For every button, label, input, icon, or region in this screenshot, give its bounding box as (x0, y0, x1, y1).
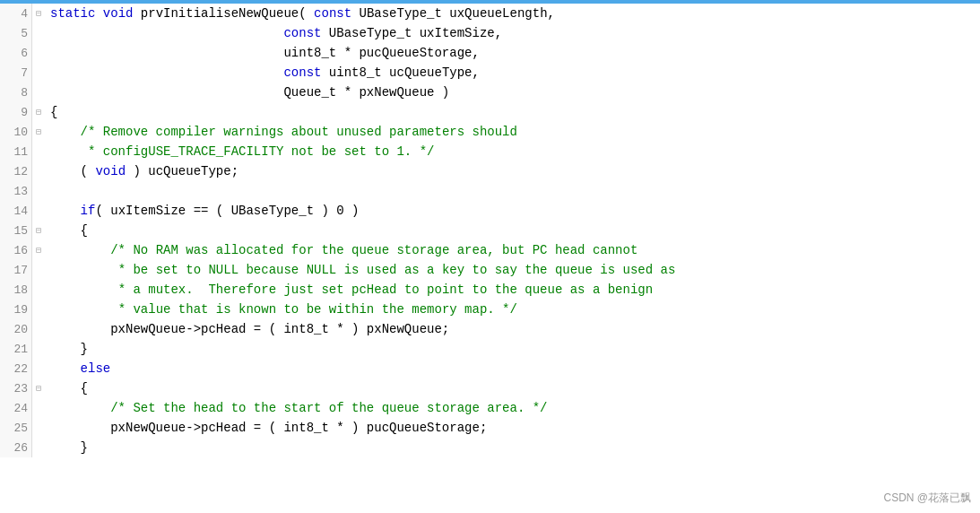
line-number: 5 (0, 23, 32, 43)
fold-indicator[interactable]: ⊟ (32, 378, 45, 398)
code-line-content: /* Remove compiler warnings about unused… (45, 122, 980, 142)
code-area[interactable]: 4⊟static void prvInitialiseNewQueue( con… (0, 4, 980, 513)
code-token: pxNewQueue->pcHead = ( int8_t * ) pxNewQ… (50, 322, 449, 336)
code-row: 23⊟ { (0, 378, 980, 398)
line-number: 6 (0, 43, 32, 63)
code-token (50, 283, 118, 297)
code-row: 16⊟ /* No RAM was allocated for the queu… (0, 240, 980, 260)
code-row: 25 pxNewQueue->pcHead = ( int8_t * ) puc… (0, 418, 980, 438)
line-number: 19 (0, 300, 32, 319)
line-number: 24 (0, 398, 32, 418)
code-token: pxNewQueue->pcHead = ( int8_t * ) pucQue… (50, 421, 487, 435)
line-number: 14 (0, 201, 32, 221)
line-number: 7 (0, 63, 32, 83)
code-row: 15⊟ { (0, 221, 980, 240)
code-token: UBaseType_t uxItemSize, (321, 26, 502, 40)
code-row: 24 /* Set the head to the start of the q… (0, 398, 980, 418)
code-row: 7 const uint8_t ucQueueType, (0, 63, 980, 83)
code-row: 4⊟static void prvInitialiseNewQueue( con… (0, 4, 980, 23)
fold-indicator (32, 319, 45, 339)
code-token (50, 243, 110, 257)
code-token: * configUSE_TRACE_FACILITY not be set to… (88, 144, 434, 159)
fold-indicator (32, 181, 45, 201)
line-number: 16 (0, 240, 32, 260)
code-token: /* Set the head to the start of the queu… (110, 401, 547, 415)
code-line-content (45, 181, 980, 201)
code-line-content: static void prvInitialiseNewQueue( const… (45, 4, 980, 23)
code-token: * value that is known to be within the m… (118, 302, 517, 317)
fold-indicator (32, 142, 45, 161)
code-line-content: pxNewQueue->pcHead = ( int8_t * ) pxNewQ… (45, 319, 980, 339)
code-token (50, 204, 81, 218)
line-number: 10 (0, 122, 32, 142)
code-line-content: Queue_t * pxNewQueue ) (45, 83, 980, 102)
code-row: 13 (0, 181, 980, 201)
fold-indicator (32, 63, 45, 83)
code-token: static (50, 6, 95, 21)
code-line-content: * value that is known to be within the m… (45, 300, 980, 319)
code-token: prvInitialiseNewQueue( (133, 6, 314, 21)
fold-indicator (32, 83, 45, 102)
fold-indicator (32, 23, 45, 43)
code-row: 14 if( uxItemSize == ( UBaseType_t ) 0 ) (0, 201, 980, 221)
code-token: void (103, 6, 134, 21)
code-token: ) ucQueueType; (126, 164, 238, 178)
fold-indicator (32, 43, 45, 63)
fold-indicator[interactable]: ⊟ (32, 122, 45, 142)
code-token: uint8_t * pucQueueStorage, (50, 46, 480, 60)
fold-indicator[interactable]: ⊟ (32, 4, 45, 23)
code-token: Queue_t * pxNewQueue ) (50, 85, 449, 100)
code-token (50, 401, 110, 415)
code-line-content: { (45, 102, 980, 122)
code-token: /* Remove compiler warnings about unused… (81, 125, 517, 139)
code-token: { (50, 105, 57, 119)
code-token: UBaseType_t uxQueueLength, (351, 6, 555, 21)
code-row: 6 uint8_t * pucQueueStorage, (0, 43, 980, 63)
fold-indicator (32, 359, 45, 378)
fold-indicator[interactable]: ⊟ (32, 240, 45, 260)
code-token: /* No RAM was allocated for the queue st… (110, 243, 637, 257)
line-number: 17 (0, 260, 32, 280)
code-token (50, 302, 118, 317)
code-token: } (50, 342, 88, 356)
code-row: 18 * a mutex. Therefore just set pcHead … (0, 280, 980, 300)
code-row: 21 } (0, 339, 980, 359)
code-token: * be set to NULL because NULL is used as… (118, 263, 676, 277)
code-token (50, 144, 88, 159)
code-line-content: else (45, 359, 980, 378)
code-token (50, 263, 118, 277)
code-token: void (95, 164, 126, 178)
fold-indicator[interactable]: ⊟ (32, 102, 45, 122)
code-line-content: } (45, 438, 980, 457)
code-row: 5 const UBaseType_t uxItemSize, (0, 23, 980, 43)
code-line-content: pxNewQueue->pcHead = ( int8_t * ) pucQue… (45, 418, 980, 438)
code-token: * a mutex. Therefore just set pcHead to … (118, 283, 654, 297)
fold-indicator[interactable]: ⊟ (32, 221, 45, 240)
code-line-content: } (45, 339, 980, 359)
fold-indicator (32, 201, 45, 221)
line-number: 15 (0, 221, 32, 240)
line-number: 18 (0, 280, 32, 300)
line-number: 21 (0, 339, 32, 359)
code-line-content: * a mutex. Therefore just set pcHead to … (45, 280, 980, 300)
code-row: 17 * be set to NULL because NULL is used… (0, 260, 980, 280)
code-line-content: uint8_t * pucQueueStorage, (45, 43, 980, 63)
code-line-content: /* Set the head to the start of the queu… (45, 398, 980, 418)
code-line-content: ( void ) ucQueueType; (45, 161, 980, 181)
fold-indicator (32, 438, 45, 457)
code-line-content: { (45, 221, 980, 240)
line-number: 26 (0, 438, 32, 457)
code-token: { (50, 223, 88, 238)
code-line-content: { (45, 378, 980, 398)
line-number: 12 (0, 161, 32, 181)
code-row: 26 } (0, 438, 980, 457)
line-number: 11 (0, 142, 32, 161)
code-token: const (283, 26, 321, 40)
code-line-content: const UBaseType_t uxItemSize, (45, 23, 980, 43)
line-number: 23 (0, 378, 32, 398)
code-row: 10⊟ /* Remove compiler warnings about un… (0, 122, 980, 142)
code-row: 19 * value that is known to be within th… (0, 300, 980, 319)
code-token: ( uxItemSize == ( UBaseType_t ) 0 ) (95, 204, 359, 218)
code-token (50, 361, 81, 376)
code-row: 9⊟{ (0, 102, 980, 122)
